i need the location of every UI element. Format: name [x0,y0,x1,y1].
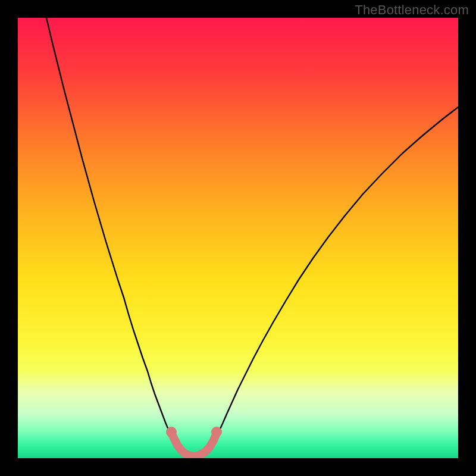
dot-right-upper [211,427,222,437]
gradient-background [18,18,458,458]
chart-frame: TheBottleneck.com [0,0,476,476]
chart-svg [18,18,458,458]
plot-area [18,18,458,458]
dot-left-upper [166,427,177,437]
watermark-text: TheBottleneck.com [355,2,469,18]
